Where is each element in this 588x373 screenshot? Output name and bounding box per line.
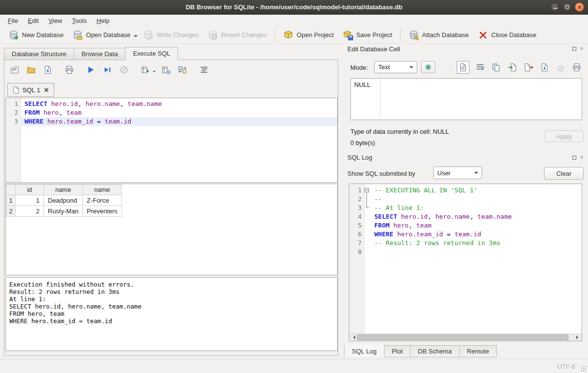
open-sql-file-button[interactable]: [26, 64, 37, 75]
code-line[interactable]: 3WHERE hero.team_id = team.id: [6, 117, 337, 126]
format-sql-button[interactable]: [199, 64, 209, 75]
results-cell[interactable]: Rusty-Man: [44, 206, 83, 217]
results-row[interactable]: 11DeadpondZ-Force: [6, 195, 122, 206]
float-button[interactable]: [571, 46, 577, 51]
resize-grip[interactable]: [580, 365, 587, 372]
float-button[interactable]: [571, 155, 577, 160]
save-project-button[interactable]: Save Project: [338, 28, 397, 42]
menu-file[interactable]: File: [3, 16, 23, 26]
new-database-button[interactable]: New Database: [4, 28, 68, 42]
code-line[interactable]: 3-- At line 1:: [349, 204, 582, 212]
clear-log-button[interactable]: Clear: [544, 167, 584, 180]
save-sql-file-button[interactable]: [42, 64, 53, 75]
tab-remote[interactable]: Remote: [459, 345, 497, 357]
word-wrap-button[interactable]: [475, 62, 486, 73]
fold-marker[interactable]: [364, 186, 370, 195]
menu-tools[interactable]: Tools: [67, 16, 91, 26]
open-tab-button[interactable]: [9, 64, 20, 75]
sql-log-view[interactable]: 1-- EXECUTING ALL IN 'SQL 1'2--3-- At li…: [349, 184, 582, 341]
print-button[interactable]: [64, 64, 75, 75]
play-line-icon: [102, 65, 112, 75]
titlebar[interactable]: DB Browser for SQLite - /home/user/code/…: [0, 0, 588, 15]
results-column-header[interactable]: id: [16, 185, 44, 195]
export-results-dropdown-icon[interactable]: [153, 71, 156, 74]
tab-execute-sql[interactable]: Execute SQL: [125, 47, 178, 60]
results-column-header[interactable]: name: [44, 185, 83, 195]
results-grid[interactable]: idnamename11DeadpondZ-Force22Rusty-ManPr…: [5, 184, 338, 275]
code-line[interactable]: 2--: [349, 195, 582, 204]
menu-view[interactable]: View: [43, 16, 67, 26]
mode-settings-button[interactable]: [421, 61, 435, 73]
toolbar-separator: [275, 29, 275, 41]
apply-button[interactable]: Apply: [545, 130, 584, 142]
code-line[interactable]: 4SELECT hero.id, hero.name, team.name: [349, 212, 582, 221]
close-database-button[interactable]: Close Database: [473, 28, 541, 42]
open-database-dropdown-icon[interactable]: [134, 35, 138, 39]
save-results-icon: [161, 65, 171, 75]
results-cell[interactable]: 1: [16, 195, 44, 206]
tab-sql-log[interactable]: SQL Log: [344, 345, 385, 357]
fold-marker: [364, 204, 370, 212]
sql-editor[interactable]: 1SELECT hero.id, hero.name, team.name2FR…: [5, 98, 338, 183]
pane-splitter[interactable]: [339, 44, 344, 359]
write-changes-button[interactable]: Write Changes: [139, 28, 203, 42]
code-line[interactable]: 6WHERE hero.team_id = team.id: [349, 230, 582, 239]
execute-all-button[interactable]: [85, 64, 96, 75]
stop-button[interactable]: [119, 64, 129, 75]
set-null-button[interactable]: [555, 62, 566, 73]
mode-select[interactable]: Text: [374, 61, 417, 73]
row-header[interactable]: 2: [6, 206, 16, 217]
scroll-right-icon[interactable]: [574, 334, 582, 341]
code-line[interactable]: 2FROM hero, team: [6, 108, 337, 117]
code-line[interactable]: 5FROM hero, team: [349, 221, 582, 230]
text-mode-button[interactable]: [457, 61, 469, 74]
scroll-left-icon[interactable]: [349, 334, 357, 341]
open-database-button[interactable]: Open Database: [68, 28, 135, 42]
menu-edit[interactable]: Edit: [23, 16, 43, 26]
null-icon: [556, 62, 566, 72]
results-row[interactable]: 22Rusty-ManPreventers: [6, 206, 122, 217]
tab-database-structure[interactable]: Database Structure: [4, 48, 74, 60]
print-cell-button[interactable]: [571, 62, 582, 73]
execution-message[interactable]: Execution finished without errors.Result…: [5, 277, 338, 351]
log-filter-select[interactable]: User: [433, 166, 482, 179]
minimize-button[interactable]: [550, 2, 560, 12]
sql-tab-close-icon[interactable]: ✕: [43, 87, 49, 93]
copy-button[interactable]: [491, 62, 502, 73]
attach-database-button[interactable]: Attach Database: [404, 28, 473, 42]
save-results-button[interactable]: [161, 64, 171, 75]
results-column-header[interactable]: name: [82, 185, 122, 195]
find-replace-button[interactable]: [177, 64, 188, 75]
close-button[interactable]: ×: [575, 2, 584, 12]
maximize-button[interactable]: [563, 2, 572, 12]
panel-close-button[interactable]: ×: [579, 155, 585, 160]
code-line[interactable]: 8: [349, 248, 582, 256]
main-toolbar: New Database Open Database Write Changes: [0, 26, 588, 44]
horizontal-scrollbar[interactable]: [349, 333, 582, 341]
execute-current-line-button[interactable]: [102, 64, 113, 75]
import-button[interactable]: [507, 62, 518, 73]
revert-changes-button[interactable]: Revert Changes: [203, 28, 271, 42]
row-header[interactable]: 1: [6, 195, 16, 206]
sql-tab-label: SQL 1: [22, 86, 40, 94]
export-button[interactable]: [523, 62, 534, 73]
results-cell[interactable]: Deadpond: [44, 195, 83, 206]
code-line[interactable]: 7-- Result: 2 rows returned in 3ms: [349, 239, 582, 248]
tab-plot[interactable]: Plot: [384, 345, 410, 357]
results-cell[interactable]: Preventers: [82, 206, 122, 217]
tab-db-schema[interactable]: DB Schema: [410, 345, 459, 357]
panel-close-button[interactable]: ×: [579, 46, 585, 51]
tab-browse-data[interactable]: Browse Data: [74, 48, 125, 60]
export-results-button[interactable]: [140, 64, 151, 75]
code-line[interactable]: 1-- EXECUTING ALL IN 'SQL 1': [349, 186, 582, 195]
results-cell[interactable]: 2: [16, 206, 44, 217]
cell-value-editor[interactable]: NULL: [350, 78, 582, 120]
save-as-button[interactable]: [539, 62, 550, 73]
code-line[interactable]: 1SELECT hero.id, hero.name, team.name: [6, 100, 337, 108]
open-project-button[interactable]: Open Project: [279, 28, 338, 42]
results-corner[interactable]: [6, 185, 16, 195]
scrollbar-thumb[interactable]: [357, 334, 568, 340]
sql-file-tab[interactable]: SQL 1 ✕: [7, 83, 54, 97]
menu-help[interactable]: Help: [92, 16, 115, 26]
results-cell[interactable]: Z-Force: [82, 195, 122, 206]
